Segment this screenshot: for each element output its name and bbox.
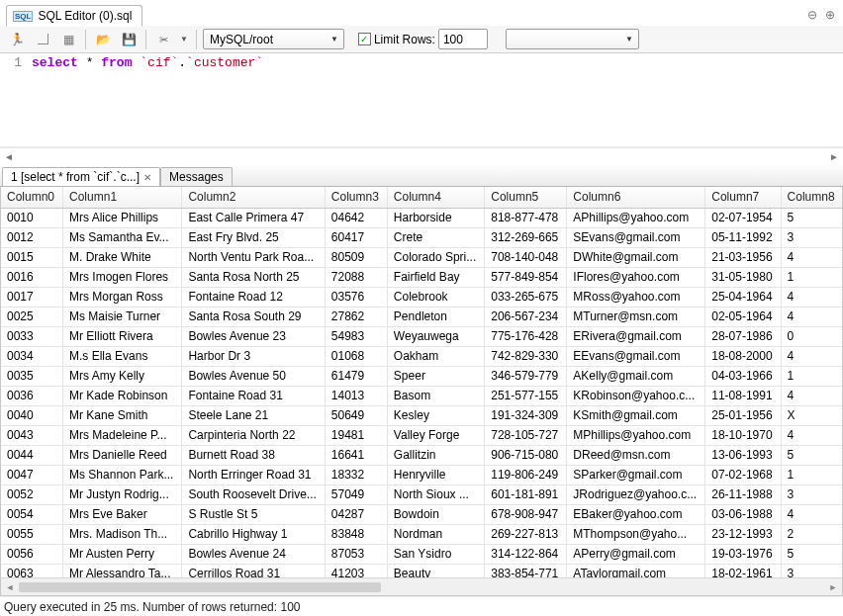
table-cell[interactable]: 28-07-1986 (705, 326, 781, 346)
table-cell[interactable]: Speer (387, 366, 484, 386)
table-cell[interactable]: 13-06-1993 (705, 445, 781, 465)
table-cell[interactable]: North Erringer Road 31 (182, 465, 325, 484)
table-cell[interactable]: Steele Lane 21 (182, 405, 325, 425)
table-cell[interactable]: 0047 (1, 465, 63, 484)
table-cell[interactable]: Colebrook (387, 287, 484, 307)
table-cell[interactable]: Henryville (387, 465, 484, 484)
table-cell[interactable]: S Rustle St 5 (182, 504, 325, 524)
table-cell[interactable]: 0035 (1, 366, 63, 386)
table-cell[interactable]: Kesley (387, 405, 484, 425)
table-cell[interactable]: 0056 (1, 544, 63, 564)
table-cell[interactable]: APerry@gmail.com (567, 544, 705, 564)
table-cell[interactable]: 0043 (1, 425, 63, 445)
table-row[interactable]: 0010Mrs Alice PhillipsEast Calle Primera… (1, 208, 842, 227)
table-cell[interactable]: 4 (781, 425, 842, 445)
editor-file-tab[interactable]: SQL SQL Editor (0).sql (6, 5, 142, 27)
table-cell[interactable]: 0010 (1, 208, 63, 227)
table-cell[interactable]: 16641 (325, 445, 387, 465)
table-cell[interactable]: 728-105-727 (485, 425, 567, 445)
table-cell[interactable]: 4 (781, 307, 842, 326)
table-cell[interactable]: Santa Rosa North 25 (182, 267, 325, 287)
table-cell[interactable]: Crete (387, 227, 484, 247)
table-cell[interactable]: 02-07-1954 (705, 208, 781, 227)
table-cell[interactable]: 708-140-048 (485, 247, 567, 267)
table-cell[interactable]: 0 (781, 326, 842, 346)
table-cell[interactable]: 19-03-1976 (705, 544, 781, 564)
table-cell[interactable]: 0055 (1, 524, 63, 544)
table-cell[interactable]: 19481 (325, 425, 387, 445)
table-cell[interactable]: 0025 (1, 307, 63, 326)
table-cell[interactable]: Fontaine Road 12 (182, 287, 325, 307)
table-row[interactable]: 0012Ms Samantha Ev...East Fry Blvd. 2560… (1, 227, 842, 247)
table-cell[interactable]: 678-908-947 (485, 504, 567, 524)
table-cell[interactable]: Bowles Avenue 23 (182, 326, 325, 346)
table-cell[interactable]: 54983 (325, 326, 387, 346)
table-cell[interactable]: 0052 (1, 484, 63, 504)
table-cell[interactable]: 03576 (325, 287, 387, 307)
table-cell[interactable]: Burnett Road 38 (182, 445, 325, 465)
table-cell[interactable]: 0016 (1, 267, 63, 287)
column-header[interactable]: Column5 (485, 187, 567, 208)
table-cell[interactable]: 83848 (325, 524, 387, 544)
table-cell[interactable]: Carpinteria North 22 (182, 425, 325, 445)
table-cell[interactable]: EBaker@yahoo.com (567, 504, 705, 524)
table-cell[interactable]: EEvans@gmail.com (567, 346, 705, 366)
table-cell[interactable]: 0017 (1, 287, 63, 307)
table-cell[interactable]: Mrs. Madison Th... (63, 524, 182, 544)
table-cell[interactable]: 02-05-1964 (705, 307, 781, 326)
results-tab-query[interactable]: 1 [select * from `cif`.`c...] ✕ (2, 167, 160, 186)
table-cell[interactable]: 0063 (1, 564, 63, 577)
column-header[interactable]: Column7 (705, 187, 781, 208)
table-cell[interactable]: Mrs Amy Kelly (63, 366, 182, 386)
table-cell[interactable]: Mr Elliott Rivera (63, 326, 182, 346)
table-cell[interactable]: SParker@gmail.com (567, 465, 705, 484)
column-header[interactable]: Column0 (1, 187, 63, 208)
table-row[interactable]: 0033Mr Elliott RiveraBowles Avenue 23549… (1, 326, 842, 346)
table-cell[interactable]: 3 (781, 227, 842, 247)
table-cell[interactable]: 23-12-1993 (705, 524, 781, 544)
table-cell[interactable]: MPhillips@yahoo.com (567, 425, 705, 445)
table-cell[interactable]: 383-854-771 (485, 564, 567, 577)
table-cell[interactable]: 18332 (325, 465, 387, 484)
table-cell[interactable]: South Roosevelt Drive... (182, 484, 325, 504)
table-cell[interactable]: 05-11-1992 (705, 227, 781, 247)
table-cell[interactable]: 742-829-330 (485, 346, 567, 366)
run-multi-button[interactable] (57, 29, 79, 50)
table-cell[interactable]: 818-877-478 (485, 208, 567, 227)
table-cell[interactable]: 775-176-428 (485, 326, 567, 346)
table-cell[interactable]: East Calle Primera 47 (182, 208, 325, 227)
table-row[interactable]: 0056Mr Austen PerryBowles Avenue 2487053… (1, 544, 842, 564)
table-cell[interactable]: 4 (781, 247, 842, 267)
table-cell[interactable]: APhillips@yahoo.com (567, 208, 705, 227)
table-cell[interactable]: DWhite@gmail.com (567, 247, 705, 267)
table-cell[interactable]: 033-265-675 (485, 287, 567, 307)
table-cell[interactable]: 4 (781, 287, 842, 307)
table-cell[interactable]: 04642 (325, 208, 387, 227)
table-row[interactable]: 0043Mrs Madeleine P...Carpinteria North … (1, 425, 842, 445)
table-cell[interactable]: 191-324-309 (485, 405, 567, 425)
column-header[interactable]: Column8 (781, 187, 842, 208)
table-cell[interactable]: DReed@msn.com (567, 445, 705, 465)
table-cell[interactable]: San Ysidro (387, 544, 484, 564)
table-cell[interactable]: 18-08-2000 (705, 346, 781, 366)
clear-dropdown[interactable]: ▼ (178, 35, 190, 44)
table-cell[interactable]: 18-10-1970 (705, 425, 781, 445)
table-cell[interactable]: 5 (781, 544, 842, 564)
sql-editor[interactable]: 1 select * from `cif`.`customer` (0, 53, 843, 147)
save-button[interactable] (118, 29, 140, 50)
table-cell[interactable]: Fairfield Bay (387, 267, 484, 287)
table-cell[interactable]: Mrs Madeleine P... (63, 425, 182, 445)
table-cell[interactable]: 3 (781, 564, 842, 577)
table-cell[interactable]: Ms Maisie Turner (63, 307, 182, 326)
table-cell[interactable]: 50649 (325, 405, 387, 425)
table-cell[interactable]: Mrs Danielle Reed (63, 445, 182, 465)
table-cell[interactable]: MRoss@yahoo.com (567, 287, 705, 307)
column-header[interactable]: Column3 (325, 187, 387, 208)
connection-combo[interactable]: ▼ (203, 29, 344, 49)
table-cell[interactable]: MTurner@msn.com (567, 307, 705, 326)
table-cell[interactable]: 1 (781, 366, 842, 386)
table-cell[interactable]: Gallitzin (387, 445, 484, 465)
table-row[interactable]: 0017Mrs Morgan RossFontaine Road 1203576… (1, 287, 842, 307)
table-cell[interactable]: Cerrillos Road 31 (182, 564, 325, 577)
table-cell[interactable]: AKelly@gmail.com (567, 366, 705, 386)
